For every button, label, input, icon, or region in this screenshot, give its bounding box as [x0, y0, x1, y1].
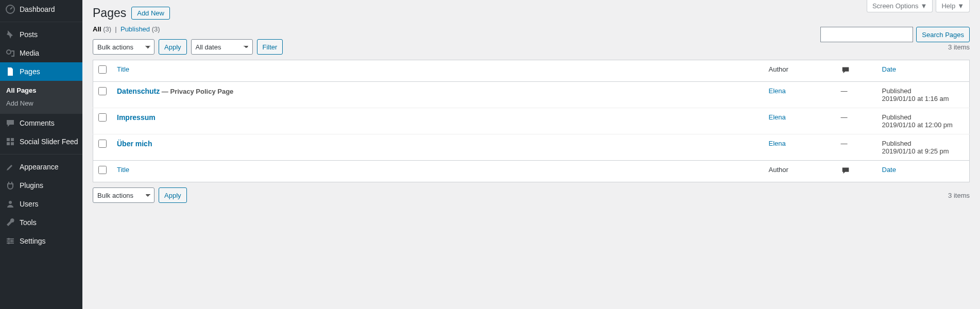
bulk-actions-select[interactable]: Bulk actions	[93, 39, 154, 55]
sidebar-item-label: Social Slider Feed	[20, 138, 78, 146]
svg-point-6	[9, 201, 12, 204]
column-title-foot[interactable]: Title	[117, 166, 129, 174]
page-title: Pages	[93, 6, 126, 20]
comments-icon	[841, 68, 850, 76]
wrench-icon	[5, 217, 15, 228]
sidebar-item-users[interactable]: Users	[0, 195, 82, 213]
filter-all[interactable]: All (3)	[93, 25, 111, 33]
row-title-link[interactable]: Datenschutz	[117, 87, 160, 95]
row-checkbox[interactable]	[98, 87, 107, 95]
add-new-button[interactable]: Add New	[131, 7, 170, 20]
row-author-link[interactable]: Elena	[769, 113, 786, 121]
sidebar-item-label: Appearance	[20, 163, 59, 171]
media-icon	[5, 48, 15, 58]
row-title-link[interactable]: Impressum	[117, 113, 156, 122]
row-comments: —	[836, 108, 877, 134]
row-date: Published2019/01/10 at 1:16 am	[877, 82, 970, 108]
page-icon	[5, 66, 15, 77]
sidebar-item-tools[interactable]: Tools	[0, 213, 82, 232]
column-date[interactable]: Date	[882, 65, 896, 73]
sidebar-item-settings[interactable]: Settings	[0, 232, 82, 250]
sidebar-item-label: Dashboard	[20, 5, 55, 13]
post-state: — Privacy Policy Page	[160, 88, 233, 95]
items-count: 3 items	[948, 43, 970, 51]
chevron-down-icon: ▼	[921, 2, 927, 10]
dashboard-icon	[5, 4, 15, 14]
sidebar-item-comments[interactable]: Comments	[0, 114, 82, 132]
select-all-checkbox[interactable]	[98, 65, 107, 74]
bulk-actions-select-bottom[interactable]: Bulk actions	[93, 187, 154, 203]
apply-button[interactable]: Apply	[159, 39, 187, 55]
svg-rect-5	[11, 142, 14, 145]
sidebar-item-label: Tools	[20, 218, 37, 227]
table-row: Über mich Elena — Published2019/01/10 at…	[93, 134, 970, 161]
sidebar-item-label: Media	[20, 49, 39, 57]
user-icon	[5, 199, 15, 209]
sidebar-item-dashboard[interactable]: Dashboard	[0, 0, 82, 19]
screen-options-button[interactable]: Screen Options ▼	[867, 0, 933, 12]
help-button[interactable]: Help ▼	[936, 0, 970, 12]
plug-icon	[5, 180, 15, 191]
svg-point-8	[11, 240, 13, 242]
select-all-checkbox-bottom[interactable]	[98, 166, 107, 174]
sidebar-item-label: Plugins	[20, 181, 43, 190]
apply-button-bottom[interactable]: Apply	[159, 187, 187, 203]
svg-rect-4	[7, 142, 10, 145]
svg-point-9	[8, 242, 10, 244]
column-author-foot: Author	[764, 161, 836, 182]
date-filter-select[interactable]: All dates	[191, 39, 253, 55]
svg-rect-2	[7, 138, 10, 141]
sidebar-item-plugins[interactable]: Plugins	[0, 176, 82, 195]
row-checkbox[interactable]	[98, 140, 107, 148]
column-date-foot[interactable]: Date	[882, 166, 896, 174]
svg-point-7	[8, 238, 10, 240]
comment-icon	[5, 118, 15, 128]
search-button[interactable]: Search Pages	[916, 27, 970, 42]
row-comments: —	[836, 82, 877, 108]
row-comments: —	[836, 134, 877, 161]
filter-button[interactable]: Filter	[257, 39, 283, 55]
sidebar-item-label: Pages	[20, 67, 40, 76]
row-author-link[interactable]: Elena	[769, 140, 786, 147]
row-author-link[interactable]: Elena	[769, 87, 786, 95]
table-row: Impressum Elena — Published2019/01/10 at…	[93, 108, 970, 134]
sidebar-item-social-slider[interactable]: Social Slider Feed	[0, 132, 82, 151]
sidebar-item-pages[interactable]: Pages	[0, 62, 82, 81]
row-date: Published2019/01/10 at 9:25 pm	[877, 134, 970, 161]
submenu-all-pages[interactable]: All Pages	[0, 84, 82, 97]
items-count-bottom: 3 items	[948, 192, 970, 199]
sidebar-item-posts[interactable]: Posts	[0, 25, 82, 44]
chevron-down-icon: ▼	[957, 2, 964, 10]
sidebar-item-label: Posts	[20, 30, 38, 39]
table-row: Datenschutz — Privacy Policy Page Elena …	[93, 82, 970, 108]
brush-icon	[5, 162, 15, 172]
pin-icon	[5, 29, 15, 40]
sidebar-item-media[interactable]: Media	[0, 44, 82, 62]
row-checkbox[interactable]	[98, 113, 107, 122]
comments-icon	[841, 169, 850, 177]
search-input[interactable]	[820, 27, 913, 42]
sidebar-item-label: Users	[20, 200, 39, 208]
column-title[interactable]: Title	[117, 65, 129, 73]
svg-point-1	[7, 50, 11, 54]
sidebar-item-appearance[interactable]: Appearance	[0, 158, 82, 176]
row-title-link[interactable]: Über mich	[117, 140, 152, 148]
grid-icon	[5, 136, 15, 147]
sidebar-item-label: Comments	[20, 119, 55, 127]
submenu-add-new[interactable]: Add New	[0, 97, 82, 110]
svg-rect-3	[11, 138, 14, 141]
settings-icon	[5, 236, 15, 246]
filter-published[interactable]: Published (3)	[121, 25, 160, 33]
row-date: Published2019/01/10 at 12:00 pm	[877, 108, 970, 134]
column-author: Author	[764, 60, 836, 82]
sidebar-item-label: Settings	[20, 237, 46, 245]
